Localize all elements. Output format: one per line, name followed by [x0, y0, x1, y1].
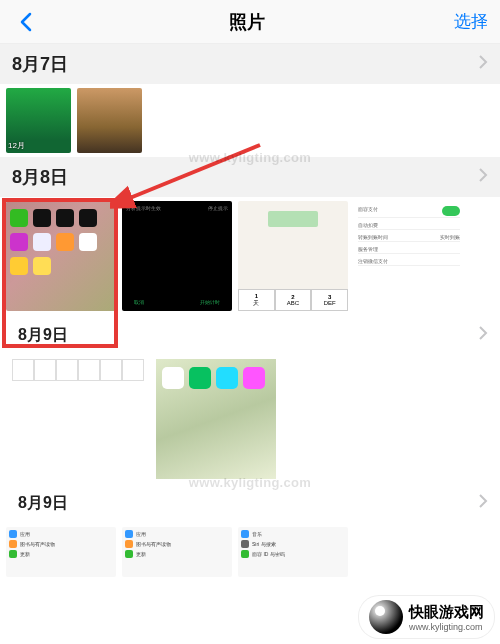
tab-cell: 3DEF [311, 289, 348, 311]
tab-cell: 2ABC [275, 289, 312, 311]
list-item-label: 图书与有声读物 [20, 541, 55, 547]
chevron-right-icon [478, 493, 488, 513]
photo-row-2: 分析提示时生效停止提示 取消 开始计时 1天 2ABC 3DEF 面容支付 自动… [0, 197, 500, 315]
settings-line: 面容支付 [358, 206, 378, 216]
photo-row-1: 12月 [0, 84, 500, 157]
chevron-right-icon [478, 54, 488, 74]
select-button[interactable]: 选择 [454, 10, 488, 33]
settings-line: 转账到账时间 [358, 234, 388, 240]
list-item-label: 图书与有声读物 [136, 541, 171, 547]
toggle-icon [442, 206, 460, 216]
dark-title: 分析提示时生效 [126, 205, 161, 211]
photo-thumb-list[interactable]: 音乐 Siri 与搜索 面容 ID 与密码 [238, 527, 348, 577]
settings-line: 注销微信支付 [358, 258, 388, 264]
chevron-right-icon [478, 167, 488, 187]
photo-thumb-homescreen[interactable] [6, 201, 116, 311]
navbar: 照片 选择 [0, 0, 500, 44]
back-button[interactable] [12, 12, 40, 32]
photo-thumb-list[interactable]: 应用 图书与有声读物 更新 [6, 527, 116, 577]
date-header-1[interactable]: 8月7日 [0, 44, 500, 84]
settings-line: 服务管理 [358, 246, 378, 252]
date-badge: 12月 [8, 140, 25, 151]
site-logo: 快眼游戏网 www.kyligting.com [359, 596, 494, 638]
photo-thumb-grid[interactable] [6, 359, 150, 381]
date-header-3[interactable]: 8月9日 [0, 315, 500, 355]
list-item-label: 应用 [136, 531, 146, 537]
photo-row-4: 应用 图书与有声读物 更新 应用 图书与有声读物 更新 音乐 Siri 与搜索 … [0, 523, 500, 581]
dark-cancel: 取消 [134, 299, 144, 305]
photo-thumb[interactable]: 12月 [6, 88, 71, 153]
dark-start: 开始计时 [200, 299, 220, 305]
settings-value: 实时到账 [440, 234, 460, 240]
list-item-label: 面容 ID 与密码 [252, 551, 285, 557]
date-label: 8月8日 [12, 165, 68, 189]
list-item-label: 音乐 [252, 531, 262, 537]
dark-right: 停止提示 [208, 205, 228, 211]
tab-cell: 1天 [238, 289, 275, 311]
photo-row-3 [0, 355, 500, 483]
logo-icon [369, 600, 403, 634]
date-header-4[interactable]: 8月9日 [0, 483, 500, 523]
photo-thumb-homescreen2[interactable] [156, 359, 276, 479]
list-item-label: Siri 与搜索 [252, 541, 276, 547]
chevron-left-icon [19, 12, 33, 32]
photo-thumb[interactable] [77, 88, 142, 153]
page-title: 照片 [229, 10, 265, 34]
list-item-label: 更新 [136, 551, 146, 557]
photo-thumb-tabs[interactable]: 1天 2ABC 3DEF [238, 201, 348, 311]
photo-thumb-settings[interactable]: 面容支付 自动扣费 转账到账时间实时到账 服务管理 注销微信支付 [354, 201, 464, 311]
date-label: 8月9日 [12, 493, 68, 514]
chevron-right-icon [478, 325, 488, 345]
settings-line: 自动扣费 [358, 222, 378, 228]
date-header-2[interactable]: 8月8日 [0, 157, 500, 197]
list-item-label: 更新 [20, 551, 30, 557]
photo-thumb-dark[interactable]: 分析提示时生效停止提示 取消 开始计时 [122, 201, 232, 311]
date-label: 8月9日 [12, 325, 68, 346]
date-label: 8月7日 [12, 52, 68, 76]
photo-thumb-list[interactable]: 应用 图书与有声读物 更新 [122, 527, 232, 577]
list-item-label: 应用 [20, 531, 30, 537]
logo-text: 快眼游戏网 www.kyligting.com [409, 603, 484, 632]
